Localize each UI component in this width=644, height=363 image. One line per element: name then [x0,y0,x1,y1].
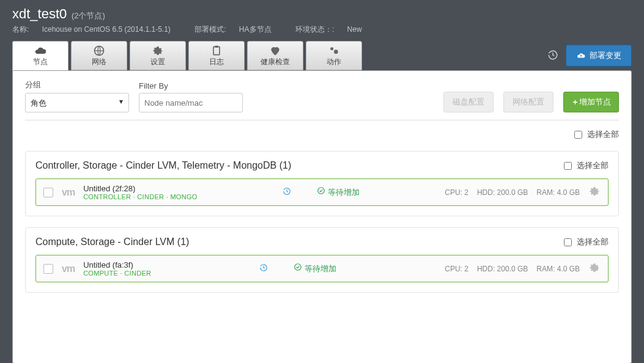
tab-nodes[interactable]: 节点 [12,41,68,70]
group-select-all[interactable]: 选择全部 [564,160,609,171]
group-title: Controller, Storage - Cinder LVM, Teleme… [35,160,291,171]
add-node-label: 增加节点 [579,97,611,106]
svg-rect-1 [213,46,220,54]
node-name: Untitled (fa:3f) [83,260,151,270]
tab-network[interactable]: 网络 [71,41,127,70]
cloud-upload-icon [576,51,586,60]
meta-env-status-label: 环境状态：: [295,25,334,34]
group-by-select[interactable]: 角色 [25,93,129,112]
svg-point-4 [334,50,338,54]
tab-nodes-label: 节点 [33,57,48,67]
vm-icon: vm [62,187,75,198]
node-status: 等待增加 [317,186,360,198]
node-group: Compute, Storage - Cinder LVM (1) 选择全部 v… [25,227,619,293]
node-roles: COMPUTE · CINDER [83,270,151,277]
tab-logs-label: 日志 [209,57,224,67]
env-meta-row: 名称: Icehouse on CentOS 6.5 (2014.1.1-5.1… [12,24,632,35]
vm-icon: vm [62,263,75,274]
tab-actions-label: 动作 [327,57,341,67]
svg-point-6 [295,264,302,271]
spec-hdd: HDD: 200.0 GB [477,265,528,273]
spec-ram: RAM: 4.0 GB [536,265,580,273]
meta-env-status-value: New [347,25,362,34]
node-settings-icon[interactable] [588,262,601,276]
node-group: Controller, Storage - Cinder LVM, Teleme… [25,151,619,216]
node-count: (2个节点) [72,11,105,20]
node-row[interactable]: vm Untitled (fa:3f) COMPUTE · CINDER 等待增… [35,255,609,282]
add-node-button[interactable]: ＋增加节点 [563,92,619,112]
meta-name-label: 名称: [12,25,29,34]
spec-hdd: HDD: 200.0 GB [477,188,528,197]
gear-icon [151,45,165,57]
tab-settings[interactable]: 设置 [130,41,186,70]
check-circle-icon [317,186,325,195]
disk-config-button[interactable]: 磁盘配置 [443,92,494,112]
check-circle-icon [294,263,302,271]
tab-health[interactable]: 健康检查 [247,41,303,70]
select-all-top[interactable]: 选择全部 [574,130,619,139]
svg-point-5 [318,188,325,194]
meta-deploy-mode-label: 部署模式: [194,25,226,34]
cloud-icon [34,45,47,57]
filter-by-label: Filter By [139,81,243,90]
node-row[interactable]: vm Untitled (2f:28) CONTROLLER · CINDER … [35,178,609,206]
page-header: xdt_test0 (2个节点) [12,6,632,22]
node-status: 等待增加 [294,263,336,274]
node-roles: CONTROLLER · CINDER · MONGO [83,193,198,200]
tab-settings-label: 设置 [150,57,165,67]
tab-network-label: 网络 [92,57,106,67]
deploy-changes-label: 部署变更 [590,50,621,61]
meta-name-value: Icehouse on CentOS 6.5 (2014.1.1-5.1) [42,25,171,34]
svg-point-3 [330,47,333,50]
svg-rect-2 [215,45,218,47]
main-tabs: 节点 网络 设置 日志 健康检查 动作 [12,41,362,70]
spec-cpu: CPU: 2 [445,265,468,273]
globe-icon [92,45,106,57]
meta-deploy-mode-value: HA多节点 [239,25,272,34]
node-specs: CPU: 2 HDD: 200.0 GB RAM: 4.0 GB [445,188,580,197]
group-by-label: 分组 [25,79,129,90]
pending-history-icon [283,187,291,197]
filter-input[interactable] [139,93,243,112]
tab-actions[interactable]: 动作 [306,41,362,70]
group-select-all-checkbox[interactable] [564,162,572,170]
clipboard-icon [210,45,223,57]
spec-ram: RAM: 4.0 GB [536,188,580,197]
deploy-changes-button[interactable]: 部署变更 [566,45,632,67]
node-checkbox[interactable] [43,264,53,274]
history-icon[interactable] [547,50,558,62]
select-all-top-checkbox[interactable] [574,131,582,139]
pending-history-icon [259,263,268,274]
node-specs: CPU: 2 HDD: 200.0 GB RAM: 4.0 GB [445,265,580,273]
node-checkbox[interactable] [43,188,53,197]
group-select-all-checkbox[interactable] [564,238,572,246]
main-panel: 分组 角色 Filter By 磁盘配置 网络配置 ＋增加节点 选择 [12,70,632,363]
node-settings-icon[interactable] [588,185,601,199]
heartbeat-icon [268,45,282,57]
group-title: Compute, Storage - Cinder LVM (1) [35,237,189,248]
tab-logs[interactable]: 日志 [188,41,245,70]
node-name: Untitled (2f:28) [83,184,198,193]
spec-cpu: CPU: 2 [445,188,468,197]
env-title: xdt_test0 [12,6,67,21]
tab-health-label: 健康检查 [261,57,290,67]
group-select-all[interactable]: 选择全部 [564,237,609,248]
cogs-icon [327,45,341,57]
network-config-button[interactable]: 网络配置 [503,92,553,112]
